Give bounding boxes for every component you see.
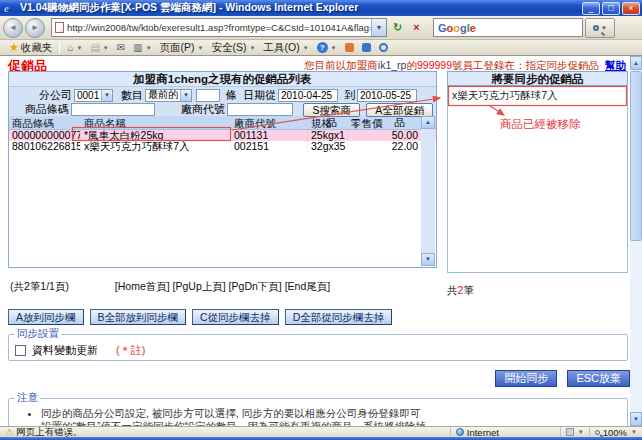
mail-icon: ✉ (117, 42, 125, 53)
vendor-input[interactable] (227, 103, 293, 116)
all-promos-button[interactable]: A全部促銷品 (366, 103, 433, 117)
col-spec: 規格 (308, 116, 348, 129)
sync-panel-title: 將要同步的促銷品 (447, 71, 628, 86)
count-select[interactable]: 最前的 ▼ (145, 89, 192, 102)
feeds-button[interactable]: ▤ ▼ (86, 40, 112, 55)
note-mark: (＊註) (116, 343, 145, 358)
chevron-down-icon: ▼ (250, 45, 256, 51)
addon-button-2[interactable] (358, 40, 375, 55)
scroll-up-icon[interactable]: ▲ (630, 56, 642, 70)
refresh-button[interactable]: ↻ (389, 19, 406, 37)
menu-safety[interactable]: 安全(S) ▼ (208, 40, 260, 55)
favorites-button[interactable]: ★ 收藏夹 (5, 40, 56, 55)
shield-icon (566, 428, 574, 436)
login-user: ik1_rp (378, 59, 407, 71)
barcode-input[interactable] (71, 103, 155, 116)
home-icon: ⌂ (67, 42, 73, 53)
star-icon: ★ (9, 41, 19, 54)
status-spacer (88, 427, 451, 437)
print-button[interactable]: ▥ ▼ (129, 40, 155, 55)
add-all-to-sync-button[interactable]: B全部放到同步欄 (90, 309, 187, 325)
col-name: 商品名稱 (81, 116, 231, 129)
addon-button-1[interactable] (341, 40, 358, 55)
data-update-checkbox[interactable] (15, 345, 26, 356)
stop-button[interactable]: × (408, 19, 425, 37)
remove-all-from-sync-button[interactable]: D全部從同步欄去掉 (285, 309, 393, 325)
table-scrollbar[interactable]: ▲ ▼ (421, 116, 435, 266)
remove-from-sync-button[interactable]: C從同步欄去掉 (192, 309, 279, 325)
minimize-button[interactable]: _ (582, 2, 600, 15)
count-input[interactable] (196, 89, 220, 102)
home-button[interactable]: ⌂ ▼ (63, 40, 86, 55)
data-update-label: 資料變動更新 (32, 343, 98, 358)
notes-fieldset: 注意 同步的商品分公司設定, 被同步方可以選擇, 同步方的要以相應分公司身份登錄… (8, 391, 628, 426)
note-item: 同步的商品分公司設定, 被同步方可以選擇, 同步方的要以相應分公司身份登錄即可 (41, 408, 621, 420)
addon-button-3[interactable] (375, 40, 392, 55)
col-barcode: 商品條碼 (9, 116, 81, 129)
promo-list-title: 加盟商1cheng之現有的促銷品列表 (9, 72, 436, 87)
address-dropdown-icon[interactable]: ▼ (371, 19, 386, 36)
vendor-label: 廠商代號 (181, 102, 225, 117)
date-from-label: 日期從 (243, 88, 276, 103)
start-sync-button[interactable]: 開始同步 (495, 370, 557, 387)
menu-page[interactable]: 页面(P) ▼ (156, 40, 208, 55)
page-favicon-icon (55, 22, 64, 33)
search-icon (593, 25, 599, 31)
date-from-input[interactable] (278, 89, 338, 102)
globe-icon (456, 428, 464, 436)
sync-count: 共2筆 (447, 284, 474, 298)
esc-cancel-button[interactable]: ESC放棄 (567, 370, 630, 387)
zone-label: Internet (467, 427, 499, 438)
chevron-down-icon: ▼ (101, 90, 112, 101)
removed-annotation: 商品已經被移除 (500, 117, 581, 132)
barcode-label: 商品條碼 (25, 102, 69, 117)
scroll-up-icon[interactable]: ▲ (421, 116, 435, 129)
forward-button[interactable]: ► (25, 18, 45, 38)
table-row[interactable]: 8801062268153 x樂天巧克力巧酥球7入 002151 32gx35 … (9, 141, 436, 152)
restore-button[interactable]: □ (602, 2, 620, 15)
sync-list-box: x樂天巧克力巧酥球7入 (447, 86, 628, 273)
login-employee-no: 999999 (417, 59, 452, 71)
title-bar: e V1.04購物網同步作業[X-POS 雲端商務網] - Windows In… (0, 0, 642, 16)
chevron-down-icon: ▼ (180, 90, 191, 101)
window-title: V1.04購物網同步作業[X-POS 雲端商務網] - Windows Inte… (20, 1, 580, 15)
url-text: http://win2008/tw/ktob/exeresult1.asp?fr… (67, 22, 371, 33)
search-input[interactable]: Google (433, 18, 583, 37)
page-scrollbar[interactable]: ▲ ▼ (630, 56, 642, 426)
address-input[interactable]: http://win2008/tw/ktob/exeresult1.asp?fr… (51, 18, 387, 37)
scroll-down-icon[interactable]: ▼ (630, 412, 642, 426)
help-link[interactable]: 幫助 (605, 59, 626, 71)
table-row[interactable]: 0000000000772 *風車太白粉25kg 001131 25kgx1 5… (9, 130, 436, 141)
scrollbar-thumb[interactable] (630, 71, 642, 241)
back-button[interactable]: ◄ (3, 18, 23, 38)
page-content: 促銷品 您目前以加盟商ik1_rp的999999號員工登錄在：指定同步促銷品幫助… (0, 56, 630, 426)
browser-window: e V1.04購物網同步作業[X-POS 雲端商務網] - Windows In… (0, 0, 642, 440)
pagination-keys-hint: [Home首頁] [PgUp上頁] [PgDn下頁] [End尾頁] (8, 280, 437, 294)
search-product-button[interactable]: S搜索商品 (303, 103, 360, 117)
addon-ring-icon (379, 43, 388, 52)
promo-list-panel: 加盟商1cheng之現有的促銷品列表 分公司 0001 ▼ 數目 最前的 ▼ 條 (8, 71, 437, 268)
status-bar: ⚠ 网页上有错误。 Internet ▼ 100% ▼ (0, 426, 642, 437)
action-button-row: A放到同步欄 B全部放到同步欄 C從同步欄去掉 D全部從同步欄去掉 (8, 309, 392, 325)
sync-settings-legend: 同步設置 (15, 327, 61, 341)
toolbar-divider (59, 42, 60, 54)
menu-tools[interactable]: 工具(O) ▼ (259, 40, 312, 55)
help-button[interactable]: ? ▼ (313, 40, 341, 55)
scroll-down-icon[interactable]: ▼ (421, 253, 435, 266)
close-button[interactable]: × (622, 2, 640, 15)
add-to-sync-button[interactable]: A放到同步欄 (8, 309, 84, 325)
to-label: 到 (344, 88, 355, 103)
read-mail-button[interactable]: ✉ (113, 40, 129, 55)
zoom-icon (595, 430, 600, 435)
address-bar: ◄ ► http://win2008/tw/ktob/exeresult1.as… (0, 16, 642, 40)
zoom-control[interactable]: 100% ▼ (590, 427, 642, 437)
count-label: 數目 (121, 88, 143, 103)
date-to-input[interactable] (357, 89, 417, 102)
search-go-button[interactable]: ▼ (585, 18, 615, 38)
col-vendor: 廠商代號 (231, 116, 308, 129)
sync-item[interactable]: x樂天巧克力巧酥球7入 (448, 86, 627, 106)
branch-select[interactable]: 0001 ▼ (74, 89, 113, 102)
protected-mode-cell[interactable]: ▼ (561, 427, 590, 437)
search-options-icon[interactable]: ▼ (601, 25, 607, 31)
status-message-cell: ⚠ 网页上有错误。 (0, 427, 88, 437)
